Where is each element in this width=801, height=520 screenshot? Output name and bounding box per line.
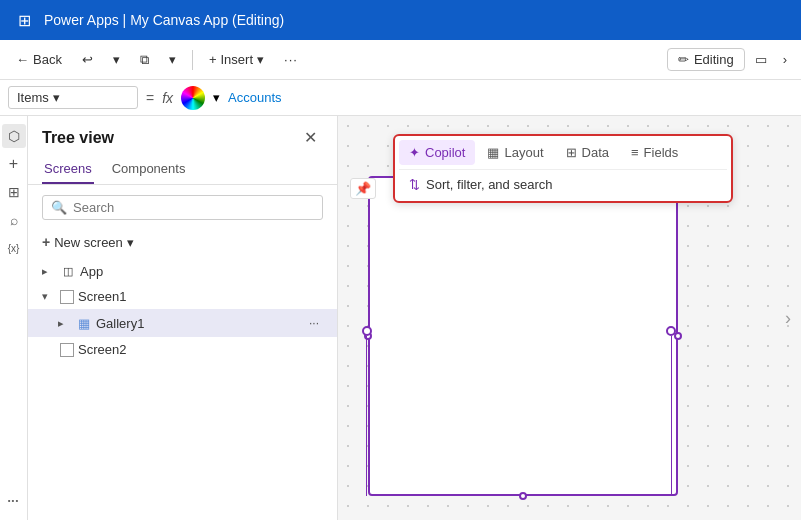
var-icon: {x} — [8, 243, 20, 254]
puzzle-icon: ⬡ — [8, 128, 20, 144]
undo-button[interactable]: ↩ — [74, 48, 101, 71]
plus-icon: + — [9, 155, 18, 173]
insert-button[interactable]: + Insert ▾ — [201, 48, 272, 71]
undo-icon: ↩ — [82, 52, 93, 67]
tree-item-screen2[interactable]: ▸ Screen2 — [28, 337, 337, 362]
tab-layout[interactable]: ▦ Layout — [477, 140, 553, 165]
new-screen-chevron-icon: ▾ — [127, 235, 134, 250]
sort-filter-search-label: Sort, filter, and search — [426, 177, 552, 192]
formula-bar: Items ▾ = fx ▾ — [0, 80, 801, 116]
new-screen-button[interactable]: + New screen ▾ — [28, 230, 337, 258]
layout-label: Layout — [504, 145, 543, 160]
copilot-tabs: ✦ Copilot ▦ Layout ⊞ Data ≡ Fields — [399, 140, 727, 170]
pin-icon: 📌 — [350, 178, 376, 199]
more-icon: ··· — [284, 52, 298, 67]
editing-label: Editing — [694, 52, 734, 67]
gallery-icon: ▦ — [76, 315, 92, 331]
gallery1-menu-button[interactable]: ··· — [305, 314, 323, 332]
grid-icon: ⊞ — [8, 184, 20, 200]
color-chevron-icon[interactable]: ▾ — [213, 90, 220, 105]
sidebar-icons: ⬡ + ⊞ ⌕ {x} ••• — [0, 116, 28, 520]
main-layout: ⬡ + ⊞ ⌕ {x} ••• Tree view ✕ Screens — [0, 116, 801, 520]
new-screen-plus-icon: + — [42, 234, 50, 250]
sidebar-icon-data[interactable]: ⊞ — [2, 180, 26, 204]
sidebar-icon-variables[interactable]: {x} — [2, 236, 26, 260]
gallery-handle-right[interactable] — [666, 326, 676, 336]
tree-item-screen1[interactable]: ▾ Screen1 — [28, 284, 337, 309]
more-toolbar-button[interactable]: › — [777, 48, 793, 71]
sidebar-icon-search[interactable]: ⌕ — [2, 208, 26, 232]
chevron-down-icon: ▾ — [113, 52, 120, 67]
fx-icon: fx — [162, 90, 173, 106]
expand-icon: ▸ — [42, 265, 56, 278]
search-icon: 🔍 — [51, 200, 67, 215]
right-panel-arrow-button[interactable]: › — [785, 308, 791, 329]
gallery-border-left — [366, 336, 367, 496]
tab-fields[interactable]: ≡ Fields — [621, 140, 688, 165]
tab-data[interactable]: ⊞ Data — [556, 140, 619, 165]
tab-copilot[interactable]: ✦ Copilot — [399, 140, 475, 165]
search-icon: ⌕ — [10, 212, 18, 228]
equals-sign: = — [146, 90, 154, 106]
pin-button[interactable]: 📌 — [350, 181, 376, 196]
data-icon: ⊞ — [566, 145, 577, 160]
gallery-handle-left[interactable] — [362, 326, 372, 336]
expand-icon-screen1: ▾ — [42, 290, 56, 303]
tab-components[interactable]: Components — [110, 155, 188, 184]
sidebar-icon-more[interactable]: ••• — [2, 488, 26, 512]
insert-plus-icon: + — [209, 52, 217, 67]
tree-tabs: Screens Components — [28, 155, 337, 185]
formula-input[interactable] — [228, 90, 793, 105]
back-label: Back — [33, 52, 62, 67]
sort-filter-search-item[interactable]: ⇅ Sort, filter, and search — [399, 172, 727, 197]
insert-label: Insert — [221, 52, 254, 67]
copy-chevron-button[interactable]: ▾ — [161, 48, 184, 71]
tree-search-box[interactable]: 🔍 — [42, 195, 323, 220]
items-dropdown[interactable]: Items ▾ — [8, 86, 138, 109]
close-icon: ✕ — [304, 129, 317, 146]
copy-icon: ⧉ — [140, 52, 149, 68]
gallery1-label: Gallery1 — [96, 316, 301, 331]
new-screen-label: New screen — [54, 235, 123, 250]
sidebar-icon-treeview[interactable]: ⬡ — [2, 124, 26, 148]
screen2-label: Screen2 — [78, 342, 323, 357]
back-button[interactable]: ← Back — [8, 48, 70, 71]
copilot-label: Copilot — [425, 145, 465, 160]
tab-screens[interactable]: Screens — [42, 155, 94, 184]
search-input[interactable] — [73, 200, 314, 215]
tree-panel: Tree view ✕ Screens Components 🔍 + New s… — [28, 116, 338, 520]
apps-grid-icon[interactable]: ⊞ — [12, 8, 36, 32]
phone-handle-bottom[interactable] — [519, 492, 527, 500]
copilot-icon: ✦ — [409, 145, 420, 160]
dots-icon: ••• — [8, 496, 19, 505]
more-toolbar-icon: › — [783, 52, 787, 67]
view-toggle-button[interactable]: ▭ — [749, 48, 773, 71]
sort-icon: ⇅ — [409, 177, 420, 192]
screen-icon — [60, 290, 74, 304]
undo-chevron-button[interactable]: ▾ — [105, 48, 128, 71]
chevron-down-icon-2: ▾ — [169, 52, 176, 67]
more-button[interactable]: ··· — [276, 48, 306, 71]
tree-item-app[interactable]: ▸ ◫ App — [28, 258, 337, 284]
fields-icon: ≡ — [631, 145, 639, 160]
screen1-label: Screen1 — [78, 289, 323, 304]
title-bar: ⊞ Power Apps | My Canvas App (Editing) — [0, 0, 801, 40]
layout-icon: ▦ — [487, 145, 499, 160]
gallery-border-right — [671, 336, 672, 496]
items-chevron-icon: ▾ — [53, 90, 60, 105]
tree-close-button[interactable]: ✕ — [298, 126, 323, 149]
app-icon: ◫ — [60, 263, 76, 279]
data-label: Data — [582, 145, 609, 160]
floating-copilot-toolbar: ✦ Copilot ▦ Layout ⊞ Data ≡ Fields ⇅ — [393, 134, 733, 203]
tree-item-gallery1[interactable]: ▸ ▦ Gallery1 ··· — [28, 309, 337, 337]
screen2-icon — [60, 343, 74, 357]
editing-button[interactable]: ✏ Editing — [667, 48, 745, 71]
items-label: Items — [17, 90, 49, 105]
insert-chevron-icon: ▾ — [257, 52, 264, 67]
tree-content: ▸ ◫ App ▾ Screen1 ▸ ▦ Gallery1 ··· ▸ — [28, 258, 337, 520]
copy-button[interactable]: ⧉ — [132, 48, 157, 72]
toolbar: ← Back ↩ ▾ ⧉ ▾ + Insert ▾ ··· ✏ Editing … — [0, 40, 801, 80]
sidebar-icon-add[interactable]: + — [2, 152, 26, 176]
phone-frame — [368, 176, 678, 496]
color-selector-icon[interactable] — [181, 86, 205, 110]
